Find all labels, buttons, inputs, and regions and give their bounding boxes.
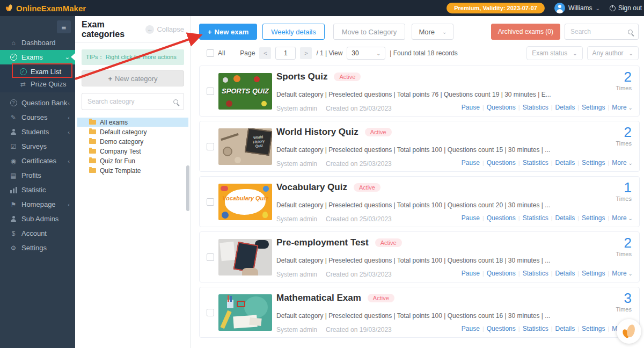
collapse-button[interactable]: ← Collapse: [145, 25, 184, 34]
sidebar-item-exams[interactable]: ✓ Exams ⌄: [0, 50, 75, 64]
more-link[interactable]: More⌄: [612, 270, 633, 277]
category-item-quiz-template[interactable]: Quiz Template: [77, 166, 188, 175]
row-checkbox[interactable]: [207, 309, 214, 316]
more-link[interactable]: More⌄: [612, 159, 633, 166]
more-link[interactable]: More⌄: [612, 104, 633, 111]
details-link[interactable]: Details: [555, 104, 575, 111]
settings-link[interactable]: Settings: [582, 159, 605, 166]
brand-logo: OnlineExamMaker: [0, 3, 86, 13]
settings-link[interactable]: Settings: [582, 325, 605, 332]
details-link[interactable]: Details: [555, 270, 575, 277]
details-link[interactable]: Details: [555, 159, 575, 166]
graduation-icon: ✎: [10, 114, 17, 121]
statistics-link[interactable]: Statistics: [523, 159, 548, 166]
author-filter[interactable]: Any author ⌄: [587, 46, 639, 60]
exam-row-vocabulary-quiz: Vocabulary Quiz Vocabulary Quiz Active D…: [199, 176, 640, 227]
new-exam-button[interactable]: + New exam: [199, 24, 257, 40]
page-size-select[interactable]: 30 ⌄: [347, 47, 385, 60]
questions-link[interactable]: Questions: [487, 104, 516, 111]
questions-link[interactable]: Questions: [487, 270, 516, 277]
pagination-bar: All Page < > / 1 | View 30 ⌄ | Found tot…: [192, 45, 644, 61]
pause-link[interactable]: Pause: [462, 325, 480, 332]
exam-title[interactable]: Mathematical Exam Active: [276, 293, 394, 303]
exam-row-pre-employment-test: Pre-employment Test Active Default categ…: [199, 231, 640, 282]
exam-author: System admin: [276, 326, 317, 334]
select-all-checkbox[interactable]: [207, 49, 214, 57]
statistics-link[interactable]: Statistics: [523, 104, 548, 111]
row-checkbox[interactable]: [207, 88, 214, 95]
exam-title[interactable]: Pre-employment Test Active: [276, 237, 402, 248]
next-page-button[interactable]: >: [300, 47, 312, 59]
chevron-left-icon: ‹: [68, 129, 70, 135]
sidebar-item-sub-admins[interactable]: Sub Admins: [0, 212, 75, 226]
category-item-demo[interactable]: Demo category: [77, 137, 188, 146]
menu-toggle-button[interactable]: ≡: [57, 20, 71, 33]
times-counter: 2 Times: [616, 235, 632, 257]
exam-thumbnail[interactable]: World History Quiz: [218, 128, 272, 165]
gear-icon: ⚙: [10, 244, 17, 252]
pause-link[interactable]: Pause: [462, 104, 480, 111]
more-button[interactable]: More ⌄: [412, 24, 453, 40]
sidebar-item-courses[interactable]: ✎ Courses ‹: [0, 110, 75, 125]
exam-thumbnail[interactable]: SPORTS QUIZ: [218, 73, 272, 110]
exam-thumbnail[interactable]: Vocabulary Quiz: [218, 184, 272, 220]
statistics-link[interactable]: Statistics: [523, 325, 548, 332]
row-checkbox[interactable]: [207, 198, 214, 206]
panel-scrollbar[interactable]: [186, 165, 189, 211]
category-item-company-test[interactable]: Company Test: [77, 147, 188, 156]
records-found-text: | Found total 18 records: [390, 49, 458, 57]
user-name: Williams: [568, 4, 592, 12]
sidebar-item-statistic[interactable]: Statistic: [0, 183, 75, 197]
weekly-details-button[interactable]: Weekly details: [262, 24, 325, 40]
row-checkbox[interactable]: [207, 253, 214, 261]
category-item-all-exams[interactable]: All exams: [77, 118, 188, 127]
sidebar-item-question-bank[interactable]: ? Question Bank ‹: [0, 96, 75, 110]
sign-out-button[interactable]: Sign out: [610, 4, 642, 12]
details-link[interactable]: Details: [555, 214, 575, 222]
new-category-button[interactable]: + New category: [82, 70, 184, 86]
settings-link[interactable]: Settings: [582, 214, 605, 222]
sidebar-item-certificates[interactable]: ◉ Certificates ‹: [0, 154, 75, 168]
folder-icon: [89, 158, 96, 163]
sidebar-item-settings[interactable]: ⚙ Settings: [0, 241, 75, 255]
exam-status-filter[interactable]: Exam status ⌄: [526, 46, 582, 60]
move-to-category-button[interactable]: Move to Category: [333, 24, 406, 40]
details-link[interactable]: Details: [555, 325, 575, 332]
exam-title[interactable]: Sports Quiz Active: [276, 71, 361, 82]
questions-link[interactable]: Questions: [487, 214, 516, 222]
sidebar-item-prize-quizs[interactable]: ⇄ Prize Quizs: [0, 78, 75, 90]
exam-search-input[interactable]: [570, 28, 628, 35]
exam-title[interactable]: Vocabulary Quiz Active: [276, 182, 380, 193]
sidebar-item-students[interactable]: Students ‹: [0, 125, 75, 139]
category-item-quiz-for-fun[interactable]: Quiz for Fun: [77, 156, 188, 165]
floating-brand-widget[interactable]: [617, 319, 641, 344]
statistics-link[interactable]: Statistics: [523, 214, 548, 222]
more-link[interactable]: More⌄: [612, 214, 633, 222]
pause-link[interactable]: Pause: [462, 270, 480, 277]
prev-page-button[interactable]: <: [259, 47, 271, 59]
chevron-down-icon: ⌄: [65, 54, 70, 61]
sidebar-item-account[interactable]: $ Account: [0, 226, 75, 241]
settings-link[interactable]: Settings: [582, 104, 605, 111]
sidebar-item-profits[interactable]: ▤ Profits: [0, 168, 75, 183]
exam-title[interactable]: World History Quiz Active: [276, 127, 392, 137]
questions-link[interactable]: Questions: [487, 159, 516, 166]
settings-link[interactable]: Settings: [582, 270, 605, 277]
category-search-input[interactable]: [87, 98, 173, 105]
archived-exams-button[interactable]: Archived exams (0): [491, 24, 560, 40]
exam-thumbnail[interactable]: [218, 239, 272, 276]
sidebar-item-surveys[interactable]: ☑ Surveys: [0, 139, 75, 154]
sidebar-item-homepage[interactable]: ⚑ Homepage ‹: [0, 197, 75, 212]
pause-link[interactable]: Pause: [462, 214, 480, 222]
exam-meta: Default category | Preselected questions…: [276, 201, 550, 209]
page-number-input[interactable]: [275, 47, 296, 60]
exam-thumbnail[interactable]: [218, 294, 272, 331]
questions-link[interactable]: Questions: [487, 325, 516, 332]
search-icon: [173, 99, 178, 104]
sidebar-item-dashboard[interactable]: ⌂ Dashboard: [0, 35, 75, 50]
pause-link[interactable]: Pause: [462, 159, 480, 166]
row-checkbox[interactable]: [207, 143, 214, 150]
category-item-default[interactable]: Default category: [77, 127, 188, 136]
user-menu[interactable]: Williams ⌄: [554, 3, 600, 13]
statistics-link[interactable]: Statistics: [523, 270, 548, 277]
